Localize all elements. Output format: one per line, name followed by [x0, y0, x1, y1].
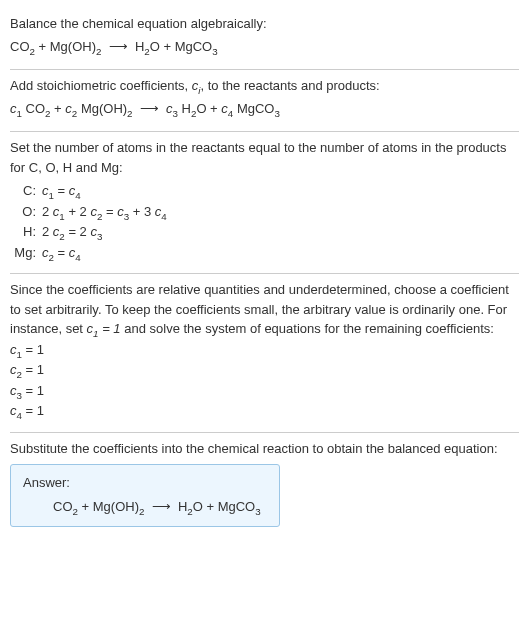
- table-row: H: 2 c2 = 2 c3: [10, 222, 519, 242]
- atom-label-h: H:: [10, 222, 42, 242]
- solve-text-c: and solve the system of equations for th…: [121, 321, 494, 336]
- section-balance-intro: Balance the chemical equation algebraica…: [10, 8, 519, 69]
- table-row: C: c1 = c4: [10, 181, 519, 201]
- balance-equation: CO2 + Mg(OH)2 ⟶ H2O + MgCO3: [10, 37, 519, 57]
- section-add-coefficients: Add stoichiometric coefficients, ci, to …: [10, 69, 519, 131]
- add-coeff-text-a: Add stoichiometric coefficients,: [10, 78, 192, 93]
- table-row: Mg: c2 = c4: [10, 243, 519, 263]
- coeff-equation: c1 CO2 + c2 Mg(OH)2 ⟶ c3 H2O + c4 MgCO3: [10, 99, 519, 119]
- atom-label-c: C:: [10, 181, 42, 201]
- atom-eq-o: 2 c1 + 2 c2 = c3 + 3 c4: [42, 202, 167, 222]
- solve-title: Since the coefficients are relative quan…: [10, 280, 519, 339]
- section-solve: Since the coefficients are relative quan…: [10, 273, 519, 432]
- balance-title-text: Balance the chemical equation algebraica…: [10, 16, 267, 31]
- balance-title: Balance the chemical equation algebraica…: [10, 14, 519, 34]
- answer-box: Answer: CO2 + Mg(OH)2 ⟶ H2O + MgCO3: [10, 464, 280, 527]
- atom-eq-h: 2 c2 = 2 c3: [42, 222, 102, 242]
- arrow-icon: ⟶: [109, 37, 128, 57]
- c1-eq-1: c1 = 1: [87, 321, 121, 336]
- substitute-title-text: Substitute the coefficients into the che…: [10, 441, 498, 456]
- section-answer: Substitute the coefficients into the che…: [10, 432, 519, 538]
- coeff-row: c3 = 1: [10, 381, 519, 401]
- coeff-row: c4 = 1: [10, 401, 519, 421]
- add-coeff-text-c: , to the reactants and products:: [201, 78, 380, 93]
- arrow-icon: ⟶: [152, 497, 171, 517]
- coeff-row: c1 = 1: [10, 340, 519, 360]
- atom-balance-title: Set the number of atoms in the reactants…: [10, 138, 519, 177]
- atom-eq-mg: c2 = c4: [42, 243, 81, 263]
- atom-eq-c: c1 = c4: [42, 181, 81, 201]
- answer-equation: CO2 + Mg(OH)2 ⟶ H2O + MgCO3: [23, 497, 267, 517]
- coeff-row: c2 = 1: [10, 360, 519, 380]
- arrow-icon: ⟶: [140, 99, 159, 119]
- answer-label: Answer:: [23, 473, 267, 493]
- atom-balance-title-text: Set the number of atoms in the reactants…: [10, 140, 506, 175]
- substitute-title: Substitute the coefficients into the che…: [10, 439, 519, 459]
- ci-symbol: ci: [192, 78, 201, 93]
- atom-label-o: O:: [10, 202, 42, 222]
- add-coeff-title: Add stoichiometric coefficients, ci, to …: [10, 76, 519, 96]
- atom-label-mg: Mg:: [10, 243, 42, 263]
- section-atom-balance: Set the number of atoms in the reactants…: [10, 131, 519, 273]
- table-row: O: 2 c1 + 2 c2 = c3 + 3 c4: [10, 202, 519, 222]
